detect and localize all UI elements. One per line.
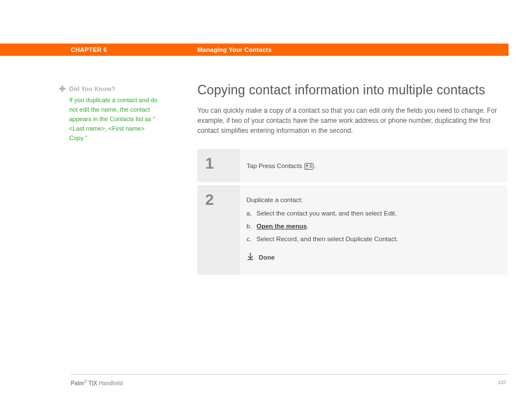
step-1-text-after: . — [314, 162, 316, 169]
step-number-cell: 2 — [197, 185, 240, 275]
contacts-app-icon — [304, 162, 313, 172]
did-you-know-label: Did You Know? — [69, 85, 115, 92]
step-body: Duplicate a contact: a.Select the contac… — [240, 185, 507, 275]
footer-model: T|X — [87, 380, 97, 386]
page-title: Copying contact information into multipl… — [197, 83, 507, 98]
step-1: 1 Tap Press Contacts . — [197, 149, 507, 182]
footer-rule — [71, 374, 508, 375]
substep-b: b.Open the menus. — [246, 223, 496, 229]
done-label: Done — [259, 254, 275, 261]
step-2-lead: Duplicate a contact: — [246, 197, 496, 203]
footer-brand: Palm® T|X Handheld — [71, 380, 123, 386]
footer-suffix: Handheld — [97, 380, 123, 386]
step-number: 1 — [205, 155, 240, 173]
substep-c-text: Select Record, and then select Duplicate… — [257, 236, 398, 242]
substep-a-text: Select the contact you want, and then se… — [257, 210, 396, 217]
footer-brand-name: Palm — [71, 380, 84, 386]
step-body: Tap Press Contacts . — [240, 149, 507, 182]
header-bar: CHAPTER 6 Managing Your Contacts — [0, 44, 509, 56]
step-number: 2 — [205, 191, 240, 209]
substep-c-letter: c. — [246, 236, 257, 242]
step-2: 2 Duplicate a contact: a.Select the cont… — [197, 185, 507, 275]
did-you-know-body: If you duplicate a contact and do not ed… — [69, 95, 158, 143]
done-row: Done — [246, 252, 496, 262]
step-number-cell: 1 — [197, 149, 240, 182]
main-content: Copying contact information into multipl… — [197, 83, 507, 278]
sidebar-did-you-know: ✚ Did You Know? If you duplicate a conta… — [59, 84, 158, 143]
svg-point-1 — [306, 165, 308, 167]
substep-b-suffix: . — [307, 223, 308, 229]
substep-a: a.Select the contact you want, and then … — [246, 210, 496, 217]
done-arrow-icon — [246, 252, 254, 262]
substep-a-letter: a. — [246, 210, 257, 217]
plus-icon: ✚ — [59, 84, 66, 93]
page-number: 137 — [498, 380, 506, 385]
step-1-text-before: Tap Press Contacts — [246, 162, 304, 169]
chapter-title: Managing Your Contacts — [197, 46, 272, 53]
substep-c: c.Select Record, and then select Duplica… — [246, 236, 496, 242]
did-you-know-header: ✚ Did You Know? — [59, 84, 158, 93]
steps-list: 1 Tap Press Contacts . 2 Duplicate a con… — [197, 149, 507, 275]
open-menus-link[interactable]: Open the menus — [257, 223, 307, 229]
intro-text: You can quickly make a copy of a contact… — [197, 106, 507, 136]
chapter-label: CHAPTER 6 — [71, 46, 107, 53]
substep-b-letter: b. — [246, 223, 257, 229]
